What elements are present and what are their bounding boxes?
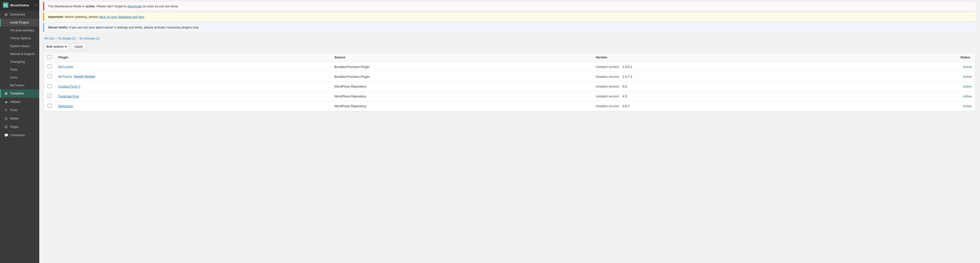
plugin-name-highlight: Header Builder: [73, 75, 96, 79]
plugin-name-cell: BeTheme Header Builder: [55, 72, 331, 82]
sidebar-item-label: Jetpack: [10, 100, 21, 104]
status-cell: Active: [862, 101, 975, 111]
sidebar-item-pre-built-websites[interactable]: Pre-built websites: [0, 27, 39, 34]
row-checkbox-cell: [44, 91, 55, 101]
source-column-header: Source: [331, 53, 592, 62]
page-content: All (10) | To Install (2) | To Activate …: [39, 33, 980, 114]
status-cell: Active: [862, 91, 975, 101]
sidebar-item-label: Icons: [10, 76, 18, 79]
sidebar-item-system-status[interactable]: System Status: [0, 42, 39, 50]
status-column-header: Status: [862, 53, 975, 62]
sidebar-item-posts[interactable]: ✎ Posts: [0, 106, 39, 114]
dashboard-icon: ⊞: [4, 13, 8, 16]
backup-link[interactable]: back up your database and files: [99, 15, 144, 19]
source-cell: WordPress Repository: [331, 101, 592, 111]
maintenance-notice: The Maintenance Mode is active. Please d…: [43, 2, 976, 11]
sidebar-item-pages[interactable]: ⊟ Pages: [0, 123, 39, 131]
table-row: Elementor WordPress Repository Installed…: [44, 101, 975, 111]
plugin-name: BeCustom: [59, 65, 73, 69]
version-column-header: Version: [592, 53, 862, 62]
row-select-checkbox[interactable]: [48, 84, 51, 88]
sidebar-item-label: Theme Options: [10, 37, 31, 40]
plugin-name-cell: Elementor: [55, 101, 331, 111]
elementor-link[interactable]: Elementor: [59, 104, 73, 108]
plugin-name-cell: BeCustom: [55, 62, 331, 72]
sidebar-item-templates[interactable]: ⊞ Templates: [0, 89, 39, 98]
filter-all[interactable]: All (10): [44, 37, 54, 40]
plugin-name-cell: Contact Form 7: [55, 82, 331, 91]
version-cell: Installed version: 1.0.5.1: [592, 62, 862, 72]
table-row: Duplicate Post WordPress Repository Inst…: [44, 91, 975, 101]
status-cell: Active: [862, 62, 975, 72]
plugin-name-cell: Duplicate Post: [55, 91, 331, 101]
source-cell: Bundled Premium Plugin: [331, 72, 592, 82]
filter-bar: All (10) | To Install (2) | To Activate …: [44, 37, 975, 40]
sidebar-item-becustom[interactable]: BeCustom: [0, 81, 39, 89]
be-logo: Be: [3, 2, 8, 8]
version-cell: Installed version: 1.0.7.3: [592, 72, 862, 82]
sidebar-header: Be MurerOnline ‹: [0, 0, 39, 10]
sidebar-item-media[interactable]: ⊡ Media: [0, 114, 39, 123]
plugins-table: Plugin Source Version Status BeCustom Bu…: [44, 53, 975, 111]
templates-icon: ⊞: [4, 91, 8, 96]
sidebar-item-comments[interactable]: 💬 Comments: [0, 131, 39, 139]
filter-to-install[interactable]: To Install (2): [58, 37, 76, 40]
table-row: Contact Form 7 WordPress Repository Inst…: [44, 82, 975, 91]
status-cell: Active: [862, 82, 975, 91]
sidebar-item-theme-options[interactable]: Theme Options: [0, 34, 39, 42]
sidebar-item-label: Install Plugins: [10, 21, 29, 24]
brand-name: MurerOnline: [10, 3, 29, 7]
table-row: BeCustom Bundled Premium Plugin Installe…: [44, 62, 975, 72]
sidebar: Be MurerOnline ‹ ⊞ Dashboard Install Plu…: [0, 0, 39, 263]
sidebar-item-label: Changelog: [10, 60, 25, 64]
sidebar-item-changelog[interactable]: Changelog: [0, 58, 39, 66]
contact-form-link[interactable]: Contact Form 7: [59, 84, 81, 88]
main-content: The Maintenance Mode is active. Please d…: [39, 0, 980, 263]
sidebar-item-label: Media: [10, 117, 18, 120]
sidebar-item-label: Comments: [10, 134, 25, 137]
sidebar-item-dashboard[interactable]: ⊞ Dashboard: [0, 10, 39, 19]
row-select-checkbox[interactable]: [48, 104, 51, 108]
source-cell: WordPress Repository: [331, 82, 592, 91]
sidebar-item-tools[interactable]: Tools: [0, 66, 39, 73]
status-cell: Active: [862, 72, 975, 82]
filter-separator-2: |: [77, 37, 78, 40]
backup-notice: Important: before updating, please back …: [43, 13, 976, 21]
sidebar-item-icons[interactable]: Icons: [0, 73, 39, 81]
sidebar-item-manual-support[interactable]: Manual & Support: [0, 50, 39, 58]
sidebar-item-label: BeCustom: [10, 84, 24, 87]
apply-button[interactable]: Apply: [71, 43, 86, 50]
sidebar-item-label: Pages: [10, 125, 19, 129]
row-select-checkbox[interactable]: [48, 74, 51, 78]
filter-to-activate[interactable]: To Activate (1): [79, 37, 99, 40]
select-all-checkbox[interactable]: [48, 55, 51, 59]
row-checkbox-cell: [44, 72, 55, 82]
sidebar-item-label: Templates: [10, 92, 24, 95]
version-cell: Installed version: 3.6.7: [592, 101, 862, 111]
filter-separator-1: |: [56, 37, 56, 40]
plugins-list: BeCustom Bundled Premium Plugin Installe…: [44, 62, 975, 111]
deactivate-link[interactable]: deactivate: [127, 5, 142, 8]
table-header-row: Plugin Source Version Status: [44, 53, 975, 62]
server-limits-notice: Server limits: if you are not sure about…: [43, 23, 976, 32]
media-icon: ⊡: [4, 116, 8, 120]
sidebar-item-install-plugins[interactable]: Install Plugins: [0, 19, 39, 27]
plugin-column-header: Plugin: [55, 53, 331, 62]
sidebar-item-jetpack[interactable]: ◈ Jetpack: [0, 98, 39, 106]
table-row: BeTheme Header Builder Bundled Premium P…: [44, 72, 975, 82]
comments-icon: 💬: [4, 133, 8, 137]
sidebar-collapse-icon[interactable]: ‹: [35, 3, 36, 7]
row-checkbox-cell: [44, 101, 55, 111]
jetpack-icon: ◈: [4, 100, 8, 104]
duplicate-post-link[interactable]: Duplicate Post: [59, 94, 79, 98]
row-select-checkbox[interactable]: [48, 65, 51, 69]
posts-icon: ✎: [4, 108, 8, 112]
sidebar-item-label: Posts: [10, 108, 18, 112]
row-select-checkbox[interactable]: [48, 94, 51, 98]
bulk-actions-dropdown[interactable]: Bulk actions ▾: [44, 43, 69, 50]
source-cell: Bundled Premium Plugin: [331, 62, 592, 72]
chevron-down-icon: ▾: [65, 45, 67, 48]
select-all-header: [44, 53, 55, 62]
version-cell: Installed version: 4.5: [592, 91, 862, 101]
betheme-link[interactable]: BeTheme: [59, 75, 72, 78]
